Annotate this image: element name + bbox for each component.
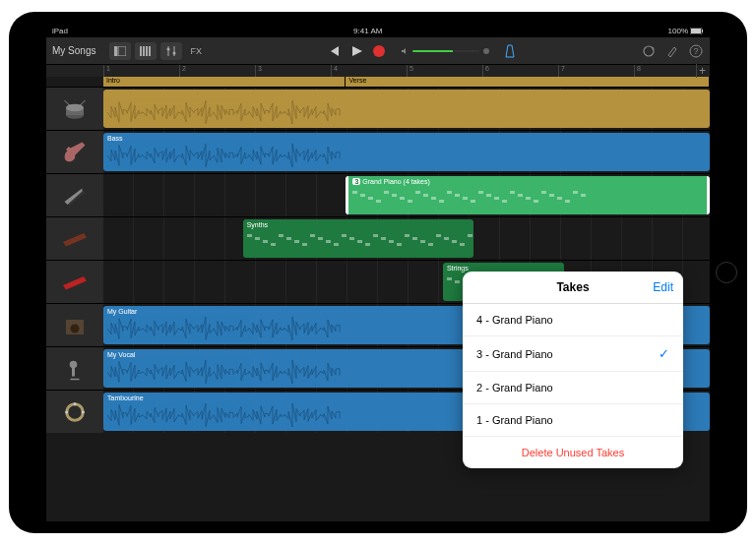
metronome-button[interactable] — [501, 42, 519, 60]
svg-rect-44 — [526, 197, 531, 200]
track-header[interactable] — [46, 174, 103, 216]
device-label: iPad — [52, 27, 68, 35]
take-item[interactable]: 4 - Grand Piano — [463, 304, 683, 336]
svg-rect-29 — [408, 200, 412, 203]
delete-takes-button[interactable]: Delete Unused Takes — [463, 437, 683, 468]
help-button[interactable]: ? — [688, 43, 704, 59]
ruler-bar[interactable]: 1 — [103, 65, 179, 77]
svg-rect-64 — [342, 234, 346, 237]
svg-rect-3 — [114, 46, 117, 56]
track-row: 3Grand Piano (4 takes) — [46, 173, 710, 216]
battery-icon — [690, 28, 704, 34]
region-clip[interactable]: Bass — [103, 133, 710, 171]
svg-point-12 — [173, 51, 176, 54]
svg-rect-52 — [247, 234, 252, 237]
svg-rect-75 — [428, 243, 433, 246]
track-header[interactable] — [46, 261, 103, 303]
svg-rect-35 — [455, 194, 460, 197]
browser-button[interactable] — [109, 42, 131, 60]
region-clip[interactable] — [103, 90, 710, 128]
time-label: 9:41 AM — [353, 27, 382, 35]
mixer-button[interactable] — [160, 42, 182, 60]
ruler-bar[interactable]: 2 — [179, 65, 255, 77]
add-track-button[interactable]: + — [696, 64, 706, 78]
svg-rect-71 — [397, 243, 402, 246]
volume-slider[interactable] — [401, 47, 489, 55]
svg-rect-41 — [502, 200, 507, 203]
checkmark-icon: ✓ — [659, 346, 669, 361]
popover-edit-button[interactable]: Edit — [653, 280, 673, 294]
svg-point-116 — [67, 403, 84, 420]
track-lane[interactable]: Synths — [103, 217, 710, 260]
settings-button[interactable] — [664, 43, 680, 59]
track-header[interactable] — [46, 217, 103, 260]
region-clip[interactable]: 3Grand Piano (4 takes) — [346, 176, 710, 214]
track-header[interactable] — [46, 347, 103, 390]
region-clip[interactable]: Synths — [243, 219, 473, 258]
svg-rect-115 — [72, 367, 75, 376]
take-item[interactable]: 1 - Grand Piano — [463, 404, 683, 437]
volume-icon — [401, 47, 409, 55]
svg-rect-56 — [279, 234, 284, 237]
ruler-bar[interactable]: 7 — [558, 65, 634, 77]
ruler[interactable]: 12345678+ — [46, 65, 710, 77]
svg-rect-36 — [463, 197, 468, 200]
svg-rect-39 — [486, 194, 491, 197]
record-button[interactable] — [369, 41, 389, 61]
svg-point-118 — [82, 410, 85, 413]
track-header[interactable] — [46, 131, 103, 173]
svg-point-19 — [66, 103, 84, 111]
fx-button[interactable]: FX — [190, 46, 202, 56]
svg-rect-57 — [286, 237, 291, 240]
arrangement-marker[interactable]: Verse — [346, 77, 710, 87]
ruler-bar[interactable]: 6 — [482, 65, 558, 77]
arrangement-marker[interactable]: Intro — [103, 77, 346, 87]
transport — [324, 41, 389, 61]
my-songs-button[interactable]: My Songs — [52, 45, 95, 56]
svg-rect-80 — [468, 234, 472, 237]
svg-rect-37 — [471, 200, 475, 203]
svg-rect-63 — [334, 243, 339, 246]
battery-label: 100% — [668, 27, 688, 35]
svg-line-21 — [80, 100, 86, 106]
svg-rect-60 — [310, 234, 315, 237]
svg-rect-34 — [447, 191, 452, 194]
ipad-frame: iPad 9:41 AM 100% My Songs FX — [9, 12, 747, 533]
rewind-button[interactable] — [324, 41, 344, 61]
svg-rect-25 — [376, 200, 381, 203]
home-button[interactable] — [716, 262, 737, 283]
svg-rect-67 — [365, 243, 370, 246]
svg-point-117 — [65, 410, 68, 413]
svg-rect-26 — [384, 191, 389, 194]
track-lane[interactable] — [103, 88, 710, 130]
track-header[interactable] — [46, 391, 103, 433]
track-lane[interactable]: 3Grand Piano (4 takes) — [103, 174, 710, 216]
loop-button[interactable] — [641, 43, 657, 59]
play-button[interactable] — [346, 41, 366, 61]
track-lane[interactable]: Bass — [103, 131, 710, 173]
svg-rect-77 — [444, 237, 449, 240]
svg-point-11 — [167, 47, 170, 50]
ruler-bar[interactable]: 5 — [407, 65, 482, 77]
svg-point-114 — [70, 360, 78, 368]
svg-rect-38 — [478, 191, 483, 194]
svg-rect-42 — [510, 191, 515, 194]
svg-rect-69 — [381, 237, 386, 240]
take-item[interactable]: 3 - Grand Piano✓ — [463, 336, 683, 372]
svg-point-113 — [71, 324, 80, 333]
take-item[interactable]: 2 - Grand Piano — [463, 372, 683, 404]
svg-rect-32 — [431, 197, 436, 200]
svg-rect-72 — [405, 234, 410, 237]
svg-rect-22 — [352, 191, 357, 194]
track-header[interactable] — [46, 304, 103, 346]
svg-rect-73 — [412, 237, 417, 240]
svg-rect-70 — [389, 240, 394, 243]
track-header[interactable] — [46, 88, 103, 130]
ruler-bar[interactable]: 3 — [255, 65, 331, 77]
ruler-bar[interactable]: 4 — [331, 65, 407, 77]
instrument-button[interactable] — [135, 42, 157, 60]
svg-rect-53 — [255, 237, 260, 240]
svg-rect-78 — [452, 240, 457, 243]
svg-rect-33 — [439, 200, 444, 203]
svg-rect-79 — [460, 243, 465, 246]
